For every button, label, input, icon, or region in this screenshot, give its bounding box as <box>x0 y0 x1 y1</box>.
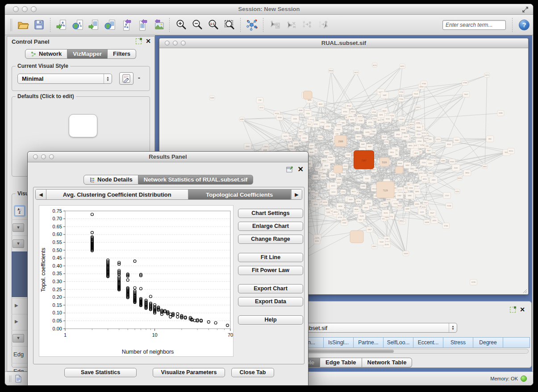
column-header[interactable]: Stress <box>443 337 473 348</box>
tab-avg-clustering[interactable]: Avg. Clustering Coefficient Distribution <box>46 190 188 199</box>
help-button[interactable]: Help <box>238 315 303 325</box>
svg-text:3850: 3850 <box>465 172 470 174</box>
window-resize-icon[interactable] <box>522 6 529 13</box>
style-menu-button[interactable]: - <box>138 74 140 81</box>
close-tab-button[interactable]: Close Tab <box>231 368 274 377</box>
default-node-shape[interactable] <box>69 114 97 137</box>
content-area: RUAL.subset.sif 644389146873130639778498… <box>5 35 533 371</box>
help-button[interactable]: ? <box>519 20 530 30</box>
sort-attributes-button[interactable]: A↓ Z <box>15 206 25 216</box>
tab-vizmapper[interactable]: VizMapper <box>67 49 108 59</box>
zoom-out-icon[interactable] <box>189 17 205 33</box>
import-table-file-icon[interactable] <box>86 17 102 33</box>
close-panel-icon[interactable]: ✕ <box>146 38 151 44</box>
float-panel-icon[interactable] <box>136 38 142 44</box>
tab-topological-coefficients[interactable]: Topological Coefficients <box>188 190 291 199</box>
svg-text:6378: 6378 <box>323 201 327 203</box>
apply-layout-icon[interactable] <box>244 17 260 33</box>
tab-network-statistics[interactable]: Network Statistics of RUAL.subset.sif <box>138 175 254 185</box>
zoom-actual-size-icon[interactable]: 1:1 <box>205 17 221 33</box>
collapse-icon[interactable]: ▼ <box>13 334 24 342</box>
change-range-button[interactable]: Change Range <box>238 235 303 244</box>
svg-text:6863: 6863 <box>314 176 318 178</box>
collapse-icon[interactable]: ▼ <box>13 239 24 248</box>
destroy-network-view-icon[interactable] <box>315 17 331 33</box>
close-panel-icon[interactable]: ✕ <box>298 166 304 172</box>
svg-text:8256: 8256 <box>356 200 361 202</box>
svg-text:2274: 2274 <box>421 132 426 134</box>
tab-node-details[interactable]: Node Details <box>83 175 138 185</box>
collapse-icon[interactable]: ▼ <box>13 223 24 232</box>
column-header[interactable]: Degree <box>473 337 503 348</box>
svg-text:8961: 8961 <box>398 162 403 165</box>
svg-text:1419: 1419 <box>420 211 424 213</box>
svg-text:8426: 8426 <box>458 177 462 179</box>
destroy-network-icon[interactable] <box>283 17 299 33</box>
tab-filters[interactable]: Filters <box>108 49 136 59</box>
results-panel-title: Results Panel <box>28 153 308 160</box>
svg-text:5154: 5154 <box>393 202 398 205</box>
export-data-button[interactable]: Export Data <box>238 297 303 306</box>
svg-text:1687: 1687 <box>383 94 387 96</box>
tab-scroll-right-button[interactable]: ▶ <box>291 190 302 199</box>
svg-text:0.25: 0.25 <box>53 287 62 292</box>
enlarge-chart-button[interactable]: Enlarge Chart <box>238 222 303 231</box>
tab-network-table[interactable]: Network Table <box>362 358 413 367</box>
zoom-in-icon[interactable] <box>173 17 189 33</box>
visual-style-value: Minimal <box>18 75 104 82</box>
node-details-tree-icon <box>89 177 95 183</box>
table-header-row: sen...IsSingl...Partne...SelfLoo...Eccen… <box>294 337 530 348</box>
column-header[interactable]: Eccent... <box>413 337 443 348</box>
svg-text:606: 606 <box>356 128 359 130</box>
tab-scroll-left-button[interactable]: ◀ <box>36 190 46 199</box>
svg-text:2113: 2113 <box>421 161 425 164</box>
column-header[interactable]: Partne... <box>354 337 384 348</box>
visual-style-dropdown[interactable]: Minimal ▲▼ <box>17 74 112 84</box>
create-network-view-icon[interactable] <box>299 17 315 33</box>
export-image-icon[interactable] <box>150 17 166 33</box>
svg-text:2988: 2988 <box>338 140 343 143</box>
column-header[interactable]: IsSingl... <box>324 337 354 348</box>
chart-settings-button[interactable]: Chart Settings <box>238 209 303 218</box>
float-panel-icon[interactable] <box>286 166 293 173</box>
toolbar-grip[interactable] <box>10 19 12 31</box>
svg-text:5570: 5570 <box>316 168 320 170</box>
open-session-icon[interactable] <box>15 17 31 33</box>
svg-text:0.40: 0.40 <box>53 263 62 268</box>
svg-text:4154: 4154 <box>414 185 419 187</box>
save-statistics-button[interactable]: Save Statistics <box>64 368 137 377</box>
float-panel-icon[interactable] <box>510 307 516 313</box>
control-panel-title: Control Panel <box>12 38 50 45</box>
fit-power-law-button[interactable]: Fit Power Law <box>238 266 303 275</box>
column-header[interactable] <box>503 337 530 348</box>
svg-text:5691: 5691 <box>379 114 384 116</box>
new-network-from-selection-icon[interactable] <box>267 17 283 33</box>
svg-text:7051: 7051 <box>306 112 310 115</box>
svg-text:8120: 8120 <box>398 205 402 207</box>
tab-network[interactable]: Network <box>25 49 67 59</box>
column-header[interactable]: SelfLoo... <box>384 337 413 348</box>
export-network-icon[interactable] <box>118 17 134 33</box>
tab-edge-table[interactable]: Edge Table <box>320 358 362 367</box>
session-document-icon[interactable] <box>15 375 22 383</box>
svg-text:9501: 9501 <box>383 110 387 112</box>
svg-text:9289: 9289 <box>210 97 215 99</box>
scrollbar-thumb[interactable] <box>295 350 394 353</box>
export-chart-button[interactable]: Export Chart <box>238 284 303 293</box>
svg-text:4822: 4822 <box>325 208 330 210</box>
svg-text:7879: 7879 <box>325 152 329 154</box>
fit-line-button[interactable]: Fit Line <box>238 253 303 262</box>
export-table-icon[interactable] <box>134 17 150 33</box>
close-panel-icon[interactable]: ✕ <box>520 307 525 313</box>
search-input[interactable] <box>442 20 506 30</box>
save-session-icon[interactable] <box>31 17 47 33</box>
resize-grip-icon[interactable] <box>522 288 527 293</box>
style-options-button[interactable] <box>119 72 133 85</box>
svg-text:6108: 6108 <box>400 118 404 120</box>
import-network-file-icon[interactable] <box>54 17 70 33</box>
svg-text:0.75: 0.75 <box>53 208 62 214</box>
import-table-web-icon[interactable] <box>102 17 118 33</box>
import-network-web-icon[interactable] <box>70 17 86 33</box>
zoom-fit-icon[interactable] <box>221 17 237 33</box>
visualize-parameters-button[interactable]: Visualize Parameters <box>153 368 225 377</box>
